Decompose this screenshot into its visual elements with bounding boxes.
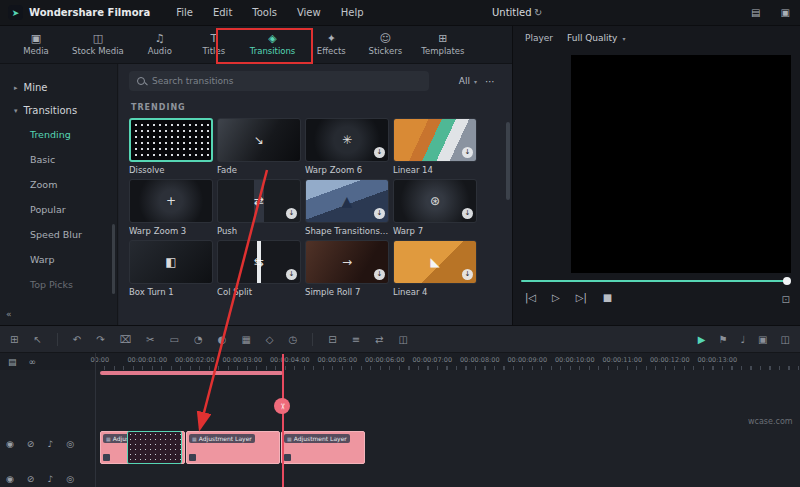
transition-thumb-warp-zoom-3[interactable]: + (129, 179, 213, 223)
mask-icon[interactable]: ▦ (241, 334, 250, 345)
media-track-icon[interactable]: ▤ (8, 357, 17, 367)
transition-card-warp-zoom-6: ✳↓ Warp Zoom 6 (305, 118, 390, 175)
sidebar-item-trending[interactable]: Trending (0, 122, 117, 147)
filter-dropdown[interactable]: All▾ (459, 76, 477, 86)
transition-thumb-warp-7[interactable]: ⊛↓ (393, 179, 477, 223)
more-options-button[interactable]: ⋯ (485, 76, 496, 87)
properties-icon[interactable]: ⊟ (328, 334, 336, 345)
transition-thumb-dissolve[interactable] (129, 118, 213, 162)
menu-view[interactable]: View (297, 7, 321, 18)
tab-templates[interactable]: ⊞Templates (417, 33, 468, 56)
fullscreen-icon[interactable]: ⊡ (782, 294, 790, 305)
transition-thumb-push[interactable]: ⇄↓ (217, 179, 301, 223)
audio-icon: ♫ (155, 33, 165, 44)
titles-icon: T (210, 33, 217, 44)
track-record-icon[interactable]: ◉ (6, 439, 14, 449)
link-icon[interactable]: ∞ (29, 357, 37, 367)
tab-media[interactable]: ▣Media (14, 33, 58, 56)
snap-icon[interactable]: ⊞ (10, 334, 18, 345)
quality-dropdown[interactable]: Full Quality▾ (567, 33, 625, 43)
menu-edit[interactable]: Edit (213, 7, 232, 18)
sidebar-item-top-picks[interactable]: Top Picks (0, 272, 117, 297)
tab-audio[interactable]: ♫Audio (138, 33, 182, 56)
sidebar-item-basic[interactable]: Basic (0, 147, 117, 172)
tab-stock-media[interactable]: ◫Stock Media (68, 33, 128, 56)
delete-icon[interactable]: ⌧ (120, 334, 132, 345)
previous-frame-button[interactable]: |◁ (525, 292, 536, 303)
grid-scrollbar[interactable] (506, 122, 510, 200)
clip-adjustment-layer-2[interactable]: ▦Adjustment Layer (186, 431, 280, 464)
sidebar-scrollbar[interactable] (112, 224, 115, 294)
scrubber-handle[interactable] (783, 277, 791, 285)
transition-thumb-linear-14[interactable]: ↓ (393, 118, 477, 162)
tab-label: Templates (421, 46, 464, 56)
lock-icon[interactable]: ⊘ (27, 439, 35, 449)
search-box[interactable] (129, 71, 429, 91)
split-icon[interactable]: ✂ (146, 334, 154, 345)
transition-name: Linear 14 (393, 165, 477, 175)
next-frame-button[interactable]: ▷| (576, 292, 587, 303)
transition-thumb-box-turn-1[interactable]: ◧ (129, 240, 213, 284)
sidebar-item-zoom[interactable]: Zoom (0, 172, 117, 197)
playback-scrubber[interactable] (521, 280, 790, 282)
mixer-icon[interactable]: ≡ (352, 334, 360, 345)
sidebar-item-speed-blur[interactable]: Speed Blur (0, 222, 117, 247)
play-button[interactable]: ▷ (552, 292, 560, 303)
download-icon: ↓ (374, 208, 385, 219)
tracks-icon[interactable]: ◫ (398, 334, 407, 345)
menu-tools[interactable]: Tools (252, 7, 277, 18)
split-playhead-button[interactable]: ✂ (274, 398, 290, 414)
sync-icon[interactable]: ↻ (534, 7, 542, 18)
undo-icon[interactable]: ↶ (73, 334, 81, 345)
redo-icon[interactable]: ↷ (96, 334, 104, 345)
screen-layout-icon[interactable]: ▣ (781, 7, 790, 18)
mute-icon[interactable]: ♪ (47, 439, 53, 449)
voiceover-icon[interactable]: ♩ (740, 334, 745, 345)
track-record-icon[interactable]: ◉ (6, 474, 14, 484)
clip-adjustment-layer-3[interactable]: ▦Adjustment Layer (281, 431, 365, 464)
panel-layout-icon[interactable]: ▤ (751, 7, 760, 18)
lock-icon[interactable]: ⊘ (27, 474, 35, 484)
track-manager-icon[interactable]: ◫ (781, 334, 790, 345)
transition-thumb-shape-pack[interactable]: ▲↓ (305, 179, 389, 223)
transition-thumb-col-split[interactable]: ⇆↓ (217, 240, 301, 284)
sidebar-item-warp[interactable]: Warp (0, 247, 117, 272)
transition-thumb-fade[interactable]: ↘ (217, 118, 301, 162)
speed-icon[interactable]: ◔ (194, 334, 203, 345)
visibility-icon[interactable]: ◎ (66, 439, 74, 449)
marker-icon[interactable]: ⚑ (718, 334, 727, 345)
crop-icon[interactable]: ▭ (169, 334, 178, 345)
warp-icon: + (166, 194, 176, 208)
render-preview-icon[interactable]: ▶ (698, 334, 706, 345)
sidebar-item-popular[interactable]: Popular (0, 197, 117, 222)
stop-button[interactable]: ■ (603, 292, 612, 303)
menu-help[interactable]: Help (341, 7, 364, 18)
fade-arrow-icon: ↘ (254, 133, 264, 147)
playhead[interactable] (282, 354, 284, 487)
collapse-sidebar-button[interactable]: « (6, 309, 12, 319)
track-header-divider (95, 353, 96, 487)
tab-transitions[interactable]: ◈Transitions (246, 33, 300, 56)
search-input[interactable] (152, 76, 421, 86)
sidebar-group-mine[interactable]: ▸Mine (0, 76, 117, 99)
menu-file[interactable]: File (176, 7, 193, 18)
video-track-header: ◉ ⊘ ♪ ◎ (6, 439, 74, 449)
transition-thumb-warp-zoom-6[interactable]: ✳↓ (305, 118, 389, 162)
transition-thumb-linear-4[interactable]: ◣↓ (393, 240, 477, 284)
timer-icon[interactable]: ◷ (289, 334, 298, 345)
visibility-icon[interactable]: ◎ (66, 474, 74, 484)
mute-icon[interactable]: ♪ (47, 474, 53, 484)
select-tool-icon[interactable]: ↖ (33, 334, 41, 345)
transitions-browser: All▾ ⋯ TRENDING Dissolve ↘ Fade ✳↓ (119, 64, 512, 325)
keyframe-icon[interactable]: ◇ (266, 334, 274, 345)
screen-record-icon[interactable]: ▣ (758, 334, 767, 345)
sidebar-group-transitions[interactable]: ▾Transitions (0, 99, 117, 122)
applied-dissolve-transition[interactable] (127, 431, 182, 464)
tab-titles[interactable]: TTitles (192, 33, 236, 56)
color-icon[interactable]: ◐ (218, 334, 227, 345)
transition-thumb-simple-roll-7[interactable]: →↓ (305, 240, 389, 284)
tab-stickers[interactable]: ☺Stickers (363, 33, 407, 56)
tab-effects[interactable]: ✦Effects (309, 33, 353, 56)
reorder-icon[interactable]: ⇄ (375, 334, 383, 345)
roll-arrow-icon: → (342, 255, 352, 269)
